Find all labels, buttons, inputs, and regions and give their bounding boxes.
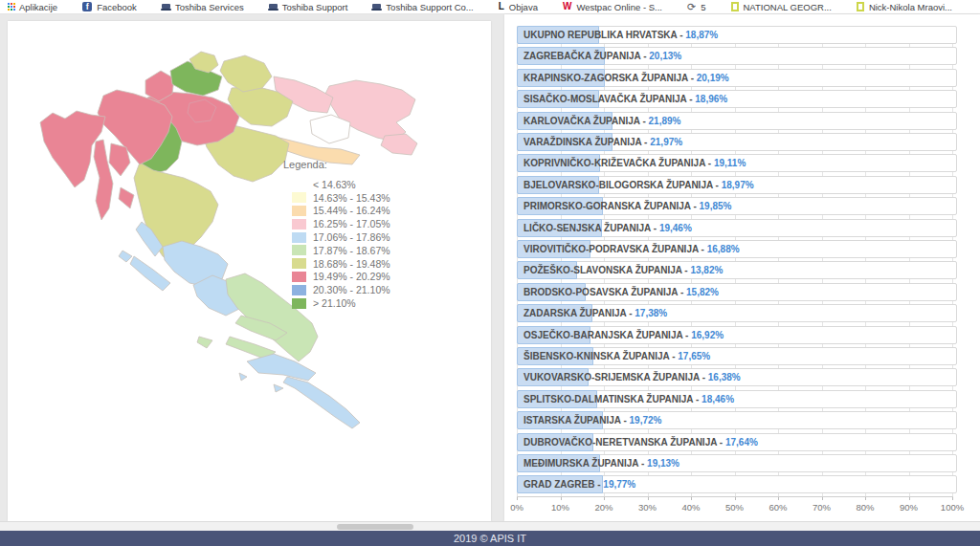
bookmark-item[interactable]: Nick-Nikola Mraovi... [857,2,952,12]
bookmark-label: Objava [509,2,538,12]
legend-row: < 14.63% [283,178,390,191]
chart-row[interactable]: KARLOVAČKA ŽUPANIJA - 21,89% [517,112,957,130]
bar-chart-plot: UKUPNO REPUBLIKA HRVATSKA - 18,87%ZAGREB… [517,26,952,496]
chart-row[interactable]: VARAŽDINSKA ŽUPANIJA - 21,97% [517,133,957,151]
bar-separator: - [717,437,725,448]
page-content: Legenda: < 14.63%14.63% - 15.43%15.44% -… [0,14,980,521]
chart-row[interactable]: BJELOVARSKO-BILOGORSKA ŽUPANIJA - 18,97% [517,176,957,194]
bookmark-item[interactable]: Objava [499,2,538,12]
toshiba-icon [269,4,278,9]
bar-category: UKUPNO REPUBLIKA HRVATSKA [523,30,677,40]
bookmark-item[interactable]: Toshiba Support [269,2,348,12]
bar-category: MEĐIMURSKA ŽUPANIJA [523,458,638,469]
bar-value: 18,87% [685,30,718,40]
chart-row[interactable]: VIROVITIČKO-PODRAVSKA ŽUPANIJA - 16,88% [517,240,957,258]
bar-value: 20,19% [697,73,729,83]
chart-row[interactable]: BRODSKO-POSAVSKA ŽUPANIJA - 15,82% [517,283,957,301]
chart-row[interactable]: SISAČKO-MOSLAVAČKA ŽUPANIJA - 18,96% [517,90,957,108]
bar-value: 18,46% [702,394,734,404]
bar-value: 16,92% [691,330,724,340]
region-koprivnicko-krizevacka[interactable] [220,55,272,92]
chart-row[interactable]: PRIMORSKO-GORANSKA ŽUPANIJA - 19,85% [517,197,957,215]
chart-row[interactable]: KRAPINSKO-ZAGORSKA ŽUPANIJA - 20,19% [517,69,957,87]
bar-separator: - [669,351,678,361]
island-lastovo[interactable] [239,373,247,381]
bookmark-item[interactable]: 5 [687,2,706,12]
bar-label: ZADARSKA ŽUPANIJA - 17,38% [523,305,667,321]
tick-label: 90% [890,502,928,513]
bar-separator: - [641,137,650,147]
bar-label: UKUPNO REPUBLIKA HRVATSKA - 18,87% [523,27,718,43]
island-dugi-otok[interactable] [130,256,170,291]
chart-row[interactable]: OSJEČKO-BARANJSKA ŽUPANIJA - 16,92% [517,326,957,344]
tick-mark [604,497,605,500]
bar-label: DUBROVAČKO-NERETVANSKA ŽUPANIJA - 17,64% [523,434,758,450]
legend-swatch [292,219,306,229]
chart-row[interactable]: ZAGREBAČKA ŽUPANIJA - 20,13% [517,47,957,65]
bar-separator: - [700,372,708,382]
bookmark-item[interactable]: Westpac Online - S... [563,2,662,12]
bar-label: GRAD ZAGREB - 19,77% [523,476,635,492]
legend-title: Legenda: [283,159,390,170]
facebook-icon [82,2,92,11]
chart-row[interactable]: LIČKO-SENJSKA ŽUPANIJA - 19,46% [517,219,957,237]
legend-label: 18.68% - 19.48% [313,258,390,270]
island-small[interactable] [119,251,132,262]
tick-mark [517,497,518,500]
chart-row[interactable]: VUKOVARSKO-SRIJEMSKA ŽUPANIJA - 16,38% [517,368,957,386]
bookmark-item[interactable]: Facebook [82,2,137,12]
chart-row[interactable]: SPLITSKO-DALMATINSKA ŽUPANIJA - 18,46% [517,390,957,408]
chart-row[interactable]: ZADARSKA ŽUPANIJA - 17,38% [517,304,957,322]
bar-value: 13,82% [690,265,723,275]
bookmark-item[interactable]: Toshiba Services [162,2,244,12]
bar-category: BRODSKO-POSAVSKA ŽUPANIJA [523,287,678,297]
bar-separator: - [693,394,702,404]
scrollbar-thumb[interactable] [337,524,413,530]
chart-row[interactable]: MEĐIMURSKA ŽUPANIJA - 19,13% [517,454,957,472]
bar-value: 21,89% [649,116,681,126]
bar-label: KRAPINSKO-ZAGORSKA ŽUPANIJA - 20,19% [523,70,729,86]
map-panel: Legenda: < 14.63%14.63% - 15.43%15.44% -… [8,21,491,521]
chart-row[interactable]: DUBROVAČKO-NERETVANSKA ŽUPANIJA - 17,64% [517,433,957,451]
bar-separator: - [651,223,659,233]
island-rab[interactable] [119,187,134,208]
bar-category: SPLITSKO-DALMATINSKA ŽUPANIJA [523,394,693,404]
region-dubrovacko-coast[interactable] [283,377,360,428]
bar-separator: - [638,458,647,469]
island-mljet[interactable] [274,384,283,392]
tick-label: 40% [672,502,710,513]
bookmark-item[interactable]: NATIONAL GEOGR... [731,2,832,12]
bar-category: LIČKO-SENJSKA ŽUPANIJA [523,223,651,233]
refresh-icon [687,2,696,11]
bookmark-item[interactable]: Aplikacije [8,2,57,12]
bookmark-label: Aplikacije [19,2,57,12]
region-vukovarsko-srijemska[interactable] [381,134,417,155]
chart-row[interactable]: POŽEŠKO-SLAVONSKA ŽUPANIJA - 13,82% [517,261,957,279]
bar-separator: - [688,73,697,83]
bar-value: 19,11% [714,158,746,168]
bookmark-item[interactable]: Toshiba Support Co... [372,2,473,12]
region-dubrovacko-neretvanska[interactable] [247,354,316,381]
bar-label: SPLITSKO-DALMATINSKA ŽUPANIJA - 18,46% [523,391,734,407]
bar-category: SISAČKO-MOSLAVAČKA ŽUPANIJA [523,94,686,104]
chart-row[interactable]: GRAD ZAGREB - 19,77% [517,475,957,493]
bar-label: BRODSKO-POSAVSKA ŽUPANIJA - 15,82% [523,284,719,300]
bar-category: PRIMORSKO-GORANSKA ŽUPANIJA [523,201,691,211]
chart-row[interactable]: KOPRIVNIČKO-KRIŽEVAČKA ŽUPANIJA - 19,11% [517,154,957,172]
chart-row[interactable]: ŠIBENSKO-KNINSKA ŽUPANIJA - 17,65% [517,347,957,365]
bar-category: VARAŽDINSKA ŽUPANIJA [523,137,641,147]
tick-label: 50% [716,502,754,513]
bar-separator: - [678,287,686,297]
croatia-map [8,21,491,521]
bar-value: 17,65% [678,351,710,361]
toshiba-icon [162,4,170,9]
chart-row[interactable]: UKUPNO REPUBLIKA HRVATSKA - 18,87% [517,26,957,44]
tick-mark [648,497,649,500]
chart-row[interactable]: ISTARSKA ŽUPANIJA - 19,72% [517,411,957,429]
horizontal-scrollbar[interactable] [0,521,980,531]
legend-label: 20.30% - 21.10% [313,284,390,295]
island-vis[interactable] [197,337,212,348]
legend-label: < 14.63% [313,179,356,190]
apps-grid-icon [8,3,10,5]
legend-row: 17.06% - 17.86% [283,230,390,244]
